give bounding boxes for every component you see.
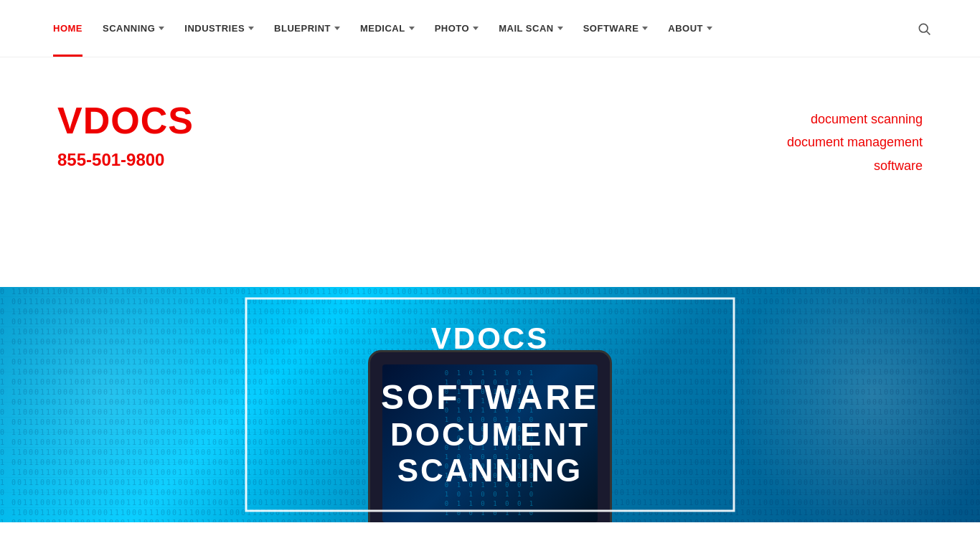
svg-point-0 <box>919 24 928 32</box>
hero-link-software[interactable]: software <box>874 154 923 177</box>
chevron-down-icon <box>473 27 479 30</box>
nav-scanning[interactable]: SCANNING <box>93 0 174 57</box>
hero-left: VDOCS 855-501-9800 <box>57 100 194 170</box>
chevron-down-icon <box>159 27 164 30</box>
banner-box: VDOCS SOFTWARE DOCUMENT SCANNING <box>245 298 735 512</box>
nav-mailscan[interactable]: MAIL SCAN <box>489 0 573 57</box>
nav-medical[interactable]: MEDICAL <box>350 0 425 57</box>
chevron-down-icon <box>557 27 563 30</box>
svg-line-1 <box>927 31 930 34</box>
chevron-down-icon <box>334 27 340 30</box>
hero-link-doc-management[interactable]: document management <box>787 131 923 154</box>
banner-doc-scanning: DOCUMENT SCANNING <box>305 417 676 489</box>
chevron-down-icon <box>248 27 254 30</box>
nav-bar: HOME SCANNING INDUSTRIES BLUEPRINT MEDIC… <box>0 0 980 57</box>
banner-brand: VDOCS <box>305 321 676 356</box>
chevron-down-icon <box>642 27 648 30</box>
banner-section: 0 1 0 1 0 1 0 1 0 1 0 1 0 1 0 1 0 1 0 1 … <box>0 287 980 522</box>
nav-about[interactable]: ABOUT <box>658 0 722 57</box>
hero-right: document scanning document management so… <box>787 100 923 177</box>
chevron-down-icon <box>409 27 415 30</box>
hero-link-doc-scanning[interactable]: document scanning <box>811 108 923 131</box>
chevron-down-icon <box>707 27 712 30</box>
hero-section: VDOCS 855-501-9800 document scanning doc… <box>0 57 980 287</box>
search-icon <box>917 22 931 36</box>
search-button[interactable] <box>911 16 937 42</box>
brand-phone[interactable]: 855-501-9800 <box>57 150 194 170</box>
nav-photo[interactable]: PHOTO <box>425 0 489 57</box>
nav-software[interactable]: SOFTWARE <box>573 0 659 57</box>
nav-industries[interactable]: INDUSTRIES <box>174 0 264 57</box>
banner-software: SOFTWARE <box>305 377 676 417</box>
nav-home[interactable]: HOME <box>43 0 93 57</box>
brand-title: VDOCS <box>57 100 194 141</box>
nav-blueprint[interactable]: BLUEPRINT <box>264 0 350 57</box>
